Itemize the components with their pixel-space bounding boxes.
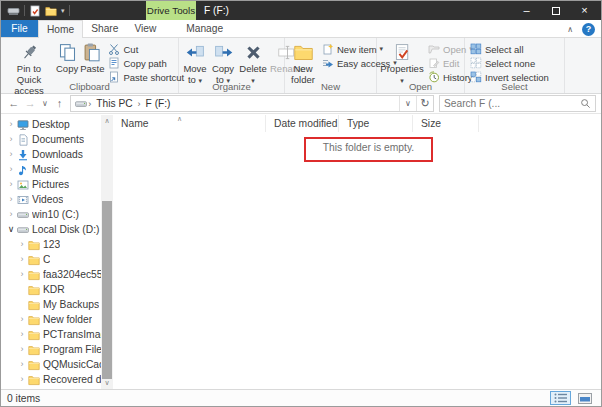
- tree-item[interactable]: › Downloads: [1, 147, 101, 162]
- tree-item[interactable]: › PCTransImage: [1, 327, 101, 342]
- help-icon[interactable]: ?: [582, 23, 595, 36]
- tab-file[interactable]: File: [1, 20, 38, 37]
- refresh-icon[interactable]: ↻: [416, 96, 433, 111]
- easy-access-icon: [322, 57, 334, 69]
- view-toggle-buttons: [550, 391, 595, 405]
- column-header-type[interactable]: Type: [339, 115, 413, 132]
- expand-chevron-icon[interactable]: ›: [17, 345, 27, 354]
- copy-button[interactable]: Copy: [55, 41, 79, 76]
- select-all-button[interactable]: Select all: [467, 42, 552, 56]
- cut-button[interactable]: Cut: [105, 42, 187, 56]
- up-button[interactable]: ↑: [54, 98, 65, 109]
- expand-chevron-icon[interactable]: ∨: [6, 225, 16, 234]
- tab-home[interactable]: Home: [38, 20, 83, 38]
- select-none-button[interactable]: Select none: [467, 56, 552, 70]
- search-input[interactable]: [444, 98, 577, 109]
- file-list-pane: ∧ Name Date modified Type Size This fold…: [113, 115, 601, 389]
- tree-item[interactable]: › Program Files: [1, 342, 101, 357]
- maximize-button[interactable]: [541, 1, 570, 20]
- tree-item-label: Local Disk (D:): [32, 224, 100, 235]
- tree-item[interactable]: KDR: [1, 282, 101, 297]
- copy-to-button[interactable]: Copy to ▾: [209, 41, 237, 87]
- forward-button[interactable]: →: [24, 98, 35, 109]
- collapse-ribbon-chevron-icon[interactable]: ∧: [567, 25, 573, 34]
- tree-item[interactable]: › Documents: [1, 132, 101, 147]
- close-button[interactable]: ×: [570, 1, 599, 20]
- group-label-new: New: [285, 81, 376, 92]
- tree-item-icon: [28, 314, 40, 326]
- qat-new-folder-icon[interactable]: [45, 5, 57, 17]
- scroll-up-arrow-icon[interactable]: ∧: [101, 115, 113, 127]
- tree-item-icon: [17, 179, 29, 191]
- tree-item-icon: [28, 239, 40, 251]
- qat-properties-icon[interactable]: [29, 5, 41, 17]
- move-to-icon: [185, 42, 206, 63]
- expand-chevron-icon[interactable]: ›: [17, 330, 27, 339]
- scrollbar-thumb[interactable]: [102, 201, 112, 379]
- breadcrumb-this-pc[interactable]: This PC: [92, 98, 136, 109]
- expand-chevron-icon[interactable]: ›: [6, 150, 16, 159]
- scroll-down-arrow-icon[interactable]: ∨: [101, 377, 113, 389]
- expand-chevron-icon[interactable]: ›: [6, 165, 16, 174]
- expand-chevron-icon[interactable]: ›: [6, 195, 16, 204]
- expand-chevron-icon[interactable]: ›: [6, 120, 16, 129]
- tab-manage[interactable]: Manage: [178, 20, 231, 37]
- tree-item[interactable]: › Pictures: [1, 177, 101, 192]
- status-bar: 0 items: [1, 389, 601, 406]
- back-button[interactable]: ←: [8, 98, 19, 109]
- expand-chevron-icon[interactable]: ›: [17, 315, 27, 324]
- tab-share[interactable]: Share: [83, 20, 126, 37]
- expand-chevron-icon[interactable]: ›: [17, 270, 27, 279]
- recent-locations-chevron-icon[interactable]: ∨: [41, 100, 49, 108]
- move-to-button[interactable]: Move to ▾: [181, 41, 209, 87]
- expand-chevron-icon[interactable]: ›: [17, 255, 27, 264]
- tree-item[interactable]: › Desktop: [1, 117, 101, 132]
- tree-item[interactable]: › Videos: [1, 192, 101, 207]
- sidebar-scrollbar[interactable]: ∧ ∨: [101, 115, 113, 389]
- properties-icon: [392, 42, 413, 63]
- tree-item[interactable]: › win10 (C:): [1, 207, 101, 222]
- drive-tools-context-tab[interactable]: Drive Tools: [146, 1, 196, 20]
- tree-item-icon: [17, 119, 29, 131]
- tree-item[interactable]: › Music: [1, 162, 101, 177]
- tree-item[interactable]: › C: [1, 252, 101, 267]
- edit-icon: [428, 57, 440, 69]
- new-folder-button[interactable]: New folder: [287, 41, 319, 87]
- tree-item[interactable]: › faa3204ec55793: [1, 267, 101, 282]
- tree-item[interactable]: › 123: [1, 237, 101, 252]
- expand-chevron-icon[interactable]: ›: [17, 360, 27, 369]
- tree-item[interactable]: › Recovered data: [1, 372, 101, 387]
- tree-item[interactable]: ∨ Local Disk (D:): [1, 222, 101, 237]
- qat-customize-chevron-icon[interactable]: ▾: [61, 7, 65, 14]
- expand-chevron-icon[interactable]: ›: [17, 375, 27, 384]
- tree-item-label: QQMusicCache: [43, 359, 101, 370]
- minimize-button[interactable]: –: [512, 1, 541, 20]
- column-header-date-modified[interactable]: Date modified: [266, 115, 339, 132]
- expand-chevron-icon[interactable]: ›: [17, 240, 27, 249]
- navigation-pane: › Desktop › Documents › Downloads › Musi…: [1, 115, 113, 389]
- paste-button[interactable]: Paste: [79, 41, 105, 76]
- column-header-size[interactable]: Size: [413, 115, 479, 132]
- details-view-button[interactable]: [550, 391, 571, 405]
- tree-item[interactable]: › New folder: [1, 312, 101, 327]
- large-icons-view-button[interactable]: [574, 391, 595, 405]
- ribbon-group-organize: Move to ▾ Copy to ▾ Delete ▾ Rename Orga…: [179, 38, 285, 93]
- address-bar[interactable]: › This PC › F (F:) ∨ ↻: [70, 95, 434, 112]
- tree-item[interactable]: My Backups: [1, 297, 101, 312]
- search-box[interactable]: [439, 95, 596, 112]
- empty-folder-message: This folder is empty.: [323, 142, 414, 160]
- properties-button[interactable]: Properties ▾: [379, 41, 425, 87]
- breadcrumb-drive-f[interactable]: F (F:): [142, 98, 175, 109]
- expand-chevron-icon[interactable]: ›: [6, 180, 16, 189]
- tab-view[interactable]: View: [126, 20, 164, 37]
- address-dropdown-chevron-icon[interactable]: ∨: [399, 96, 416, 111]
- column-header-name[interactable]: Name: [113, 115, 266, 132]
- expand-chevron-icon[interactable]: ›: [6, 135, 16, 144]
- delete-button[interactable]: Delete ▾: [237, 41, 269, 87]
- tree-item-icon: [17, 149, 29, 161]
- tree-item-label: Pictures: [32, 179, 69, 190]
- copy-path-button[interactable]: Copy path: [105, 56, 187, 70]
- expand-chevron-icon[interactable]: ›: [6, 210, 16, 219]
- tree-item-icon: [28, 329, 40, 341]
- tree-item[interactable]: › QQMusicCache: [1, 357, 101, 372]
